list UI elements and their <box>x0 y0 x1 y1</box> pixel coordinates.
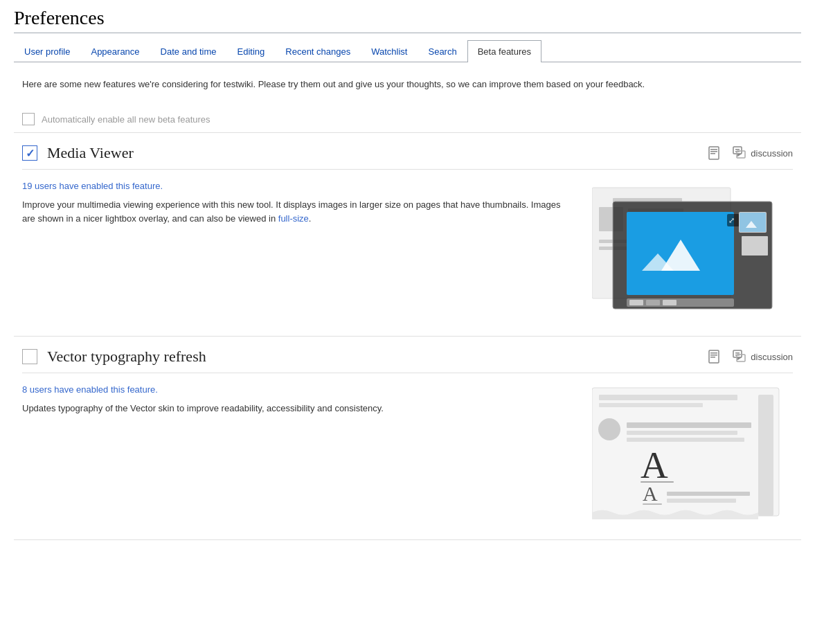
svg-rect-23 <box>740 213 766 232</box>
svg-rect-26 <box>629 300 643 305</box>
media-viewer-users: 19 users have enabled this feature. <box>22 181 564 191</box>
svg-rect-44 <box>627 431 737 435</box>
tab-appearance[interactable]: Appearance <box>80 40 150 62</box>
vector-typography-users: 8 users have enabled this feature. <box>22 384 564 395</box>
svg-rect-4 <box>733 147 742 154</box>
tab-recent-changes[interactable]: Recent changes <box>275 40 361 62</box>
svg-rect-46 <box>758 395 773 516</box>
discussion-icon-2 <box>732 349 747 364</box>
media-viewer-discussion-btn[interactable]: discussion <box>732 145 793 161</box>
svg-point-42 <box>598 418 620 440</box>
vector-typography-title: Vector typography refresh <box>47 348 707 366</box>
svg-rect-51 <box>667 492 750 496</box>
media-viewer-text: 19 users have enabled this feature. Impr… <box>22 181 564 225</box>
media-viewer-preview: ⤢ <box>592 181 793 319</box>
media-viewer-desc: Improve your multimedia viewing experien… <box>22 198 564 225</box>
info-text: Here are some new features we're conside… <box>22 79 645 89</box>
media-viewer-article-icon-btn[interactable] <box>707 145 722 161</box>
svg-rect-36 <box>735 352 740 354</box>
svg-rect-1 <box>710 149 717 150</box>
svg-text:⤢: ⤢ <box>728 216 735 224</box>
media-viewer-body: 19 users have enabled this feature. Impr… <box>22 181 793 319</box>
checkmark-icon: ✓ <box>26 147 35 160</box>
svg-rect-40 <box>599 395 737 400</box>
tab-user-profile[interactable]: User profile <box>14 40 80 62</box>
svg-rect-32 <box>710 352 717 354</box>
auto-enable-row: Automatically enable all new beta featur… <box>14 106 801 133</box>
tab-beta-features[interactable]: Beta features <box>467 40 541 62</box>
tab-date-and-time[interactable]: Date and time <box>150 40 227 62</box>
media-viewer-title: Media Viewer <box>47 144 707 162</box>
svg-rect-5 <box>735 149 740 150</box>
tab-editing[interactable]: Editing <box>227 40 276 62</box>
vector-typography-icons: discussion <box>707 349 793 364</box>
svg-rect-35 <box>733 350 742 357</box>
full-size-link[interactable]: full-size <box>278 213 309 224</box>
feature-media-viewer-header: ✓ Media Viewer <box>22 144 793 170</box>
discussion-icon <box>732 145 747 161</box>
auto-enable-checkbox[interactable] <box>22 113 35 125</box>
svg-rect-3 <box>710 153 715 154</box>
svg-rect-2 <box>710 151 717 152</box>
vector-typography-checkbox[interactable] <box>22 349 37 364</box>
svg-rect-45 <box>627 438 744 442</box>
info-box: Here are some new features we're conside… <box>14 73 801 95</box>
vector-typography-preview: A A <box>592 384 793 523</box>
tab-search[interactable]: Search <box>418 40 467 62</box>
article-icon-2 <box>707 349 722 364</box>
svg-rect-30 <box>742 237 767 255</box>
media-viewer-icons: discussion <box>707 145 793 161</box>
article-icon <box>707 145 722 161</box>
feature-media-viewer: ✓ Media Viewer <box>14 133 801 337</box>
svg-rect-27 <box>646 300 660 305</box>
vector-typography-article-icon-btn[interactable] <box>707 349 722 364</box>
auto-enable-label: Automatically enable all new beta featur… <box>42 114 211 125</box>
svg-rect-41 <box>599 403 703 407</box>
feature-vector-typography-header: Vector typography refresh <box>22 348 793 373</box>
vector-typography-discussion-btn[interactable]: discussion <box>732 349 793 364</box>
page-wrapper: Preferences User profile Appearance Date… <box>0 0 815 561</box>
vector-typography-body: 8 users have enabled this feature. Updat… <box>22 384 793 523</box>
svg-text:A: A <box>641 444 668 486</box>
page-title: Preferences <box>14 7 801 33</box>
svg-rect-50 <box>643 503 662 505</box>
tab-watchlist[interactable]: Watchlist <box>361 40 418 62</box>
svg-rect-34 <box>710 357 715 358</box>
svg-text:A: A <box>643 482 658 505</box>
content-area: Here are some new features we're conside… <box>14 62 801 554</box>
vector-typography-text: 8 users have enabled this feature. Updat… <box>22 384 564 415</box>
vector-typography-discussion-label: discussion <box>751 352 793 362</box>
svg-rect-52 <box>667 499 736 503</box>
svg-rect-43 <box>627 422 751 428</box>
svg-rect-28 <box>663 300 677 305</box>
feature-vector-typography: Vector typography refresh <box>14 337 801 540</box>
media-viewer-discussion-label: discussion <box>751 148 793 159</box>
tabs-nav: User profile Appearance Date and time Ed… <box>14 40 801 62</box>
media-viewer-checkbox[interactable]: ✓ <box>22 145 37 161</box>
svg-rect-33 <box>710 355 717 356</box>
vector-typography-desc: Updates typography of the Vector skin to… <box>22 402 564 415</box>
